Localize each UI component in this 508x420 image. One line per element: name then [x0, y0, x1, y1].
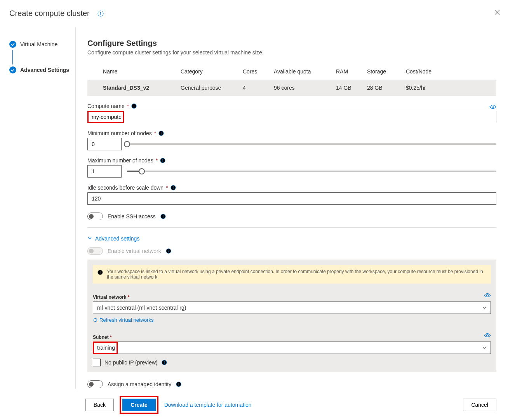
idle-seconds-label: Idle seconds before scale down* [87, 185, 496, 191]
svg-point-17 [163, 215, 164, 216]
col-quota: Available quota [274, 68, 336, 75]
info-icon[interactable] [160, 158, 165, 163]
vnet-panel: Your workspace is linked to a virtual ne… [87, 260, 496, 372]
svg-rect-12 [163, 160, 163, 162]
highlight-annotation: Create [121, 397, 157, 413]
idle-seconds-input[interactable] [87, 192, 496, 205]
chevron-down-icon [87, 235, 92, 242]
preview-eye-icon[interactable] [484, 293, 491, 298]
min-nodes-input[interactable] [87, 138, 122, 150]
col-category: Category [181, 68, 243, 75]
chevron-down-icon [482, 345, 487, 350]
col-cost: Cost/Node [406, 68, 452, 75]
wizard-steps: Virtual Machine Advanced Settings [0, 27, 76, 389]
max-nodes-slider[interactable] [127, 171, 496, 172]
section-title: Configure Settings [87, 39, 496, 48]
step-connector [12, 50, 13, 64]
step-virtual-machine[interactable]: Virtual Machine [9, 41, 75, 48]
subnet-value: training [97, 345, 115, 351]
vm-ram: 14 GB [336, 85, 367, 91]
back-button[interactable]: Back [85, 399, 114, 411]
dialog-title: Create compute cluster [9, 9, 90, 18]
vm-table-header: Name Category Cores Available quota RAM … [87, 63, 496, 80]
info-icon[interactable] [131, 103, 137, 109]
info-icon[interactable] [162, 360, 167, 365]
svg-rect-15 [173, 187, 173, 189]
no-public-ip-label: No public IP (preview) [104, 359, 158, 366]
check-icon [9, 41, 16, 48]
col-storage: Storage [367, 68, 406, 75]
dialog-footer: Back Create Download a template for auto… [0, 389, 508, 420]
managed-identity-toggle[interactable] [87, 380, 103, 388]
svg-rect-29 [164, 362, 164, 364]
info-icon[interactable] [170, 185, 176, 190]
svg-rect-18 [163, 216, 163, 218]
svg-rect-9 [161, 133, 162, 134]
info-icon[interactable] [158, 131, 164, 136]
svg-point-25 [487, 295, 489, 296]
info-icon [97, 270, 103, 275]
enable-ssh-toggle[interactable] [87, 213, 103, 220]
no-public-ip-checkbox[interactable] [93, 359, 101, 366]
managed-identity-label: Assign a managed identity [108, 381, 171, 387]
separator [87, 227, 496, 228]
compute-name-label: Compute name* [87, 103, 137, 109]
svg-point-6 [492, 106, 494, 108]
svg-point-28 [164, 361, 165, 362]
enable-vnet-toggle [87, 247, 103, 255]
create-compute-dialog: Create compute cluster Virtual Machine A… [0, 0, 508, 420]
refresh-icon [93, 317, 98, 322]
step-advanced-settings[interactable]: Advanced Settings [9, 66, 75, 73]
svg-point-31 [178, 383, 179, 384]
advanced-settings-toggle[interactable]: Advanced settings [87, 235, 496, 242]
title-info-icon[interactable] [97, 10, 104, 17]
compute-name-input[interactable] [87, 111, 496, 123]
info-icon[interactable] [176, 382, 181, 387]
svg-point-4 [134, 105, 134, 106]
svg-rect-24 [100, 272, 100, 274]
svg-rect-32 [179, 384, 179, 385]
create-button[interactable]: Create [122, 399, 156, 411]
section-subtitle: Configure compute cluster settings for y… [87, 49, 496, 56]
max-nodes-label: Maximum number of nodes* [87, 157, 496, 164]
min-nodes-label: Minimum number of nodes* [87, 130, 496, 136]
vnet-label: Virtual network * [93, 295, 129, 300]
vm-category: General purpose [181, 85, 243, 91]
col-cores: Cores [243, 68, 274, 75]
svg-point-1 [100, 12, 101, 13]
vm-name: Standard_DS3_v2 [103, 85, 181, 91]
main-panel: Configure Settings Configure compute clu… [76, 27, 508, 389]
preview-eye-icon[interactable] [484, 333, 491, 338]
step-vm-label: Virtual Machine [20, 41, 57, 47]
svg-point-14 [173, 186, 174, 187]
enable-vnet-label: Enable virtual network [108, 248, 161, 254]
info-banner: Your workspace is linked to a virtual ne… [93, 265, 491, 284]
info-icon[interactable] [160, 214, 166, 219]
svg-point-20 [168, 250, 169, 251]
svg-point-26 [487, 335, 489, 336]
info-icon[interactable] [166, 248, 171, 254]
download-template-link[interactable]: Download a template for automation [164, 402, 252, 408]
svg-rect-5 [134, 106, 134, 107]
vnet-value: ml-vnet-scentral (ml-vnet-scentral-rg) [97, 305, 186, 311]
min-nodes-slider[interactable] [127, 143, 496, 145]
preview-eye-icon[interactable] [489, 104, 496, 110]
enable-ssh-label: Enable SSH access [108, 213, 156, 220]
svg-rect-21 [168, 251, 169, 252]
svg-rect-2 [100, 13, 101, 15]
cancel-button[interactable]: Cancel [463, 399, 496, 411]
refresh-vnets-link[interactable]: Refresh virtual networks [93, 317, 153, 323]
step-adv-label: Advanced Settings [20, 67, 69, 73]
check-icon [9, 66, 16, 73]
vm-cores: 4 [243, 85, 274, 91]
subnet-select[interactable]: training [93, 342, 491, 354]
close-icon[interactable] [494, 9, 500, 17]
vm-cost: $0.25/hr [406, 85, 452, 91]
vm-quota: 96 cores [274, 85, 336, 91]
subnet-label: Subnet * [93, 335, 112, 340]
virtual-network-select[interactable]: ml-vnet-scentral (ml-vnet-scentral-rg) [93, 301, 491, 314]
max-nodes-input[interactable] [87, 165, 122, 178]
svg-point-11 [162, 159, 163, 160]
col-name: Name [103, 68, 181, 75]
vm-storage: 28 GB [367, 85, 406, 91]
